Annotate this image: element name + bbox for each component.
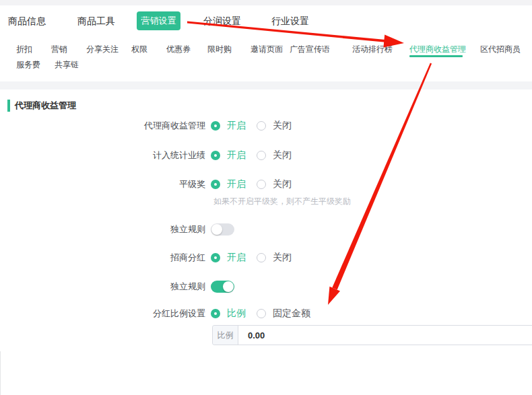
radio-label: 比例 — [227, 308, 246, 320]
subtab-share-chain[interactable]: 共享链 — [55, 59, 79, 71]
tab-marketing-settings-active[interactable]: 营销设置 — [137, 11, 180, 30]
radio-checked-icon — [211, 121, 220, 131]
radio-unchecked-icon — [257, 253, 266, 262]
form-row-independent-rule-2: 独立规则 — [0, 280, 532, 293]
subtab-permissions[interactable]: 权限 — [131, 44, 147, 55]
form-row-independent-rule-1: 独立规则 — [0, 223, 532, 236]
radio-fixed-amount[interactable]: 固定金额 — [257, 308, 310, 320]
ratio-input-group: 比例 — [212, 325, 532, 345]
radio-close[interactable]: 关闭 — [257, 120, 292, 132]
radio-label: 开启 — [227, 120, 246, 132]
radio-label: 关闭 — [273, 178, 292, 190]
radio-unchecked-icon — [257, 180, 266, 189]
subtab-invite-page[interactable]: 邀请页面 — [251, 44, 283, 55]
independent-rule-toggle-off[interactable] — [211, 223, 234, 236]
radio-ratio[interactable]: 比例 — [211, 308, 246, 320]
subtab-activity-ranking[interactable]: 活动排行榜 — [352, 44, 393, 55]
tabs-header: 商品信息 商品工具 营销设置 分润设置 行业设置 折扣 营销 分享关注 权限 优… — [0, 5, 532, 81]
active-subtab-underline — [409, 55, 463, 57]
radio-open[interactable]: 开启 — [211, 120, 246, 132]
radio-label: 关闭 — [273, 252, 292, 264]
toggle-knob-icon — [223, 281, 234, 292]
radio-label: 关闭 — [273, 149, 292, 161]
field-label: 招商分红 — [0, 251, 205, 264]
radio-label: 开启 — [227, 252, 246, 264]
ratio-input[interactable] — [238, 326, 532, 345]
field-label: 独立规则 — [0, 223, 205, 236]
form-row-peer-bonus: 平级奖 开启 关闭 — [0, 178, 532, 191]
peer-bonus-hint: 如果不开启平级奖，则不产生平级奖励 — [213, 196, 351, 207]
radio-close[interactable]: 关闭 — [257, 178, 292, 190]
form-row-recruit-dividend: 招商分红 开启 关闭 — [0, 251, 532, 264]
section-header: 代理商收益管理 — [7, 100, 76, 112]
subtab-flash-sale[interactable]: 限时购 — [207, 44, 232, 55]
subtab-agent-revenue-active[interactable]: 代理商收益管理 — [409, 44, 466, 55]
subtab-district-agent-recruit[interactable]: 区代招商员 — [480, 44, 521, 55]
radio-label: 开启 — [227, 149, 246, 161]
form-row-count-performance: 计入统计业绩 开启 关闭 — [0, 149, 532, 162]
radio-unchecked-icon — [257, 121, 266, 131]
ratio-input-prefix: 比例 — [213, 326, 238, 345]
field-label: 独立规则 — [0, 280, 205, 293]
radio-checked-icon — [211, 151, 220, 160]
radio-checked-icon — [211, 180, 220, 189]
subtab-coupon[interactable]: 优惠券 — [166, 44, 191, 55]
section-accent-bar — [7, 100, 10, 112]
radio-checked-icon — [211, 253, 220, 262]
subtab-ad-slogan[interactable]: 广告宣传语 — [290, 44, 330, 55]
radio-close[interactable]: 关闭 — [257, 149, 292, 161]
subtab-marketing[interactable]: 营销 — [51, 44, 67, 55]
form-row-dividend-ratio: 分红比例设置 比例 固定金额 — [0, 307, 532, 320]
radio-label: 固定金额 — [273, 308, 310, 320]
radio-label: 关闭 — [273, 120, 292, 132]
radio-checked-icon — [211, 309, 220, 318]
radio-unchecked-icon — [257, 151, 266, 160]
field-label: 代理商收益管理 — [0, 119, 205, 133]
radio-open[interactable]: 开启 — [211, 252, 246, 264]
radio-unchecked-icon — [257, 309, 266, 318]
form-row-agent-revenue: 代理商收益管理 开启 关闭 — [0, 119, 532, 133]
subtab-service-fee[interactable]: 服务费 — [16, 59, 40, 71]
radio-close[interactable]: 关闭 — [257, 252, 292, 264]
subtab-discount[interactable]: 折扣 — [16, 44, 32, 55]
field-label: 分红比例设置 — [0, 307, 205, 320]
page-top-strip — [0, 0, 532, 5]
field-label: 平级奖 — [0, 178, 205, 191]
settings-panel: 代理商收益管理 代理商收益管理 开启 关闭 计入统计业绩 — [0, 89, 532, 395]
field-label: 计入统计业绩 — [0, 149, 205, 162]
tab-profit-settings[interactable]: 分润设置 — [203, 15, 241, 28]
tab-industry-settings[interactable]: 行业设置 — [271, 15, 309, 28]
independent-rule-toggle-on[interactable] — [211, 281, 234, 293]
header-content-divider — [0, 81, 532, 89]
agent-revenue-settings-page: 商品信息 商品工具 营销设置 分润设置 行业设置 折扣 营销 分享关注 权限 优… — [0, 0, 532, 395]
toggle-knob-icon — [211, 224, 222, 235]
tab-product-tools[interactable]: 商品工具 — [77, 15, 115, 28]
subtab-share-follow[interactable]: 分享关注 — [86, 44, 119, 55]
section-title: 代理商收益管理 — [15, 100, 76, 112]
tab-product-info[interactable]: 商品信息 — [8, 15, 46, 28]
radio-open[interactable]: 开启 — [211, 178, 246, 190]
radio-open[interactable]: 开启 — [211, 149, 246, 161]
page-edge-line — [0, 351, 1, 395]
radio-label: 开启 — [227, 178, 246, 190]
